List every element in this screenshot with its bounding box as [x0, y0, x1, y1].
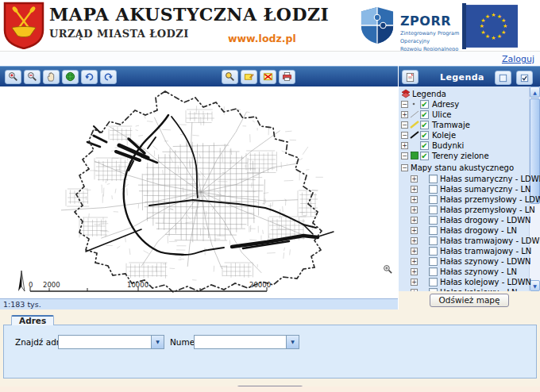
expand-toggle[interactable]: − — [401, 152, 408, 159]
legend-row: +Hałas kolejowy - LN — [399, 287, 529, 291]
print-legend-button[interactable] — [402, 70, 418, 84]
layer-checkbox[interactable]: ✔ — [420, 141, 429, 150]
expand-toggle[interactable]: + — [411, 279, 418, 286]
legend-checked-icon — [519, 73, 530, 83]
chevron-down-icon[interactable]: ▼ — [286, 336, 299, 348]
noise-layer-checkbox[interactable] — [429, 216, 438, 225]
scroll-up-icon[interactable]: ▲ — [530, 86, 540, 98]
map-zoom-cursor-icon[interactable] — [383, 264, 393, 275]
overview-box-icon — [498, 73, 508, 83]
zoom-in-button[interactable] — [5, 70, 21, 84]
full-extent-button[interactable] — [62, 70, 79, 84]
noise-layer-checkbox[interactable] — [429, 278, 438, 286]
layer-checkbox[interactable]: ✔ — [420, 121, 429, 129]
layer-label: Koleje — [432, 131, 456, 140]
expand-toggle[interactable]: − — [401, 121, 408, 129]
search-section: Adres Znajdź adres ▼ Numer ▼ Szukaj — [0, 309, 540, 392]
previous-view-icon — [84, 71, 94, 82]
overview-box-button[interactable] — [495, 71, 511, 85]
expand-toggle[interactable]: − — [401, 101, 408, 108]
pan-button[interactable] — [43, 70, 60, 84]
zporr-line: Zintegrowany Program — [400, 30, 459, 37]
map-canvas[interactable]: 020001000020000 — [0, 86, 398, 298]
website-link[interactable]: www.lodz.pl — [228, 33, 296, 44]
expand-toggle[interactable]: + — [411, 186, 418, 193]
noise-layer-checkbox[interactable] — [429, 226, 438, 235]
zporr-line: Operacyjny — [400, 38, 459, 44]
expand-toggle[interactable]: + — [411, 206, 418, 213]
svg-text:★: ★ — [479, 23, 484, 29]
expand-toggle[interactable]: + — [401, 142, 408, 149]
layer-checkbox[interactable]: ✔ — [420, 152, 429, 160]
legend-toggle-buttons — [493, 71, 534, 85]
expand-toggle[interactable]: + — [411, 196, 418, 203]
next-view-icon — [103, 71, 114, 82]
main-row: 020001000020000 1:183 tys. Legenda ▲ ▼ L… — [0, 66, 540, 309]
print-button[interactable] — [279, 70, 295, 84]
expand-toggle[interactable]: + — [411, 289, 418, 291]
identify-icon — [225, 71, 235, 82]
legend-row: +Hałas kolejowy - LDWN — [399, 277, 529, 287]
login-link[interactable]: Zaloguj — [502, 54, 534, 64]
refresh-map-button[interactable]: Odśwież mapę — [430, 294, 508, 307]
noise-layer-label: Hałas sumaryczny - LDWN — [440, 175, 540, 183]
expand-toggle[interactable]: + — [411, 258, 418, 265]
noise-layer-checkbox[interactable] — [429, 247, 438, 256]
address-input[interactable] — [59, 336, 151, 348]
legend-row: −✔Koleje — [399, 130, 529, 140]
layer-label: Ulice — [432, 110, 452, 119]
zoom-out-button[interactable] — [24, 70, 40, 84]
svg-text:20000: 20000 — [249, 281, 271, 289]
identify-button[interactable] — [222, 70, 238, 84]
legend-row: +✔Budynki — [399, 140, 529, 151]
noise-layer-checkbox[interactable] — [429, 236, 438, 245]
legend-row: +Hałas szynowy - LDWN — [399, 256, 529, 267]
layer-checkbox[interactable]: ✔ — [420, 110, 429, 119]
layer-checkbox[interactable]: ✔ — [420, 131, 429, 140]
legend-row: +Hałas sumaryczny - LN — [399, 184, 529, 194]
noise-layer-label: Hałas przemysłowy - LDWN — [440, 195, 540, 204]
expand-toggle[interactable]: + — [411, 217, 418, 224]
legend-row: +Hałas szynowy - LN — [399, 267, 529, 277]
scroll-thumb[interactable] — [530, 98, 540, 204]
chevron-down-icon[interactable]: ▼ — [151, 336, 164, 348]
next-view-button[interactable] — [100, 70, 117, 84]
tab-adres[interactable]: Adres — [11, 315, 54, 325]
layer-symbol-yellow-line-icon — [410, 120, 419, 129]
zporr-logo — [359, 6, 395, 44]
expand-toggle[interactable]: + — [411, 227, 418, 234]
number-input[interactable] — [195, 336, 286, 348]
noise-layer-label: Hałas tramwajowy - LN — [440, 247, 531, 256]
zporr-name: ZPORR — [400, 13, 459, 29]
expand-toggle[interactable]: + — [401, 111, 408, 118]
layer-checkbox[interactable]: ✔ — [420, 100, 429, 109]
expand-toggle[interactable]: − — [401, 132, 408, 139]
expand-toggle[interactable]: + — [411, 268, 418, 275]
expand-toggle[interactable]: + — [411, 248, 418, 255]
noise-layer-checkbox[interactable] — [429, 288, 438, 291]
layer-label: Tereny zielone — [432, 152, 489, 160]
city-map[interactable]: 020001000020000 — [0, 86, 398, 298]
legend-row: −Mapy stanu akustycznego — [399, 163, 529, 173]
address-combobox[interactable]: ▼ — [58, 335, 164, 349]
noise-layer-checkbox[interactable] — [429, 257, 438, 266]
select-area-button[interactable] — [241, 70, 257, 84]
number-combobox[interactable]: ▼ — [194, 335, 299, 349]
noise-layer-checkbox[interactable] — [429, 195, 438, 204]
expand-toggle[interactable]: − — [401, 164, 408, 171]
svg-text:2000: 2000 — [43, 281, 60, 289]
expand-toggle[interactable]: + — [411, 175, 418, 183]
legend-checked-button[interactable] — [516, 71, 533, 85]
clear-selection-button[interactable] — [260, 70, 276, 84]
noise-layer-checkbox[interactable] — [429, 206, 438, 214]
noise-layer-checkbox[interactable] — [429, 175, 438, 183]
svg-text:★: ★ — [491, 35, 496, 41]
layer-symbol-black-line-icon — [410, 130, 419, 140]
map-toolbar — [0, 66, 398, 86]
full-extent-icon — [65, 71, 75, 82]
noise-layer-checkbox[interactable] — [429, 185, 438, 194]
noise-layer-checkbox[interactable] — [429, 267, 438, 276]
expand-toggle[interactable]: + — [411, 237, 418, 244]
previous-view-button[interactable] — [81, 70, 98, 84]
svg-text:★: ★ — [480, 29, 485, 36]
